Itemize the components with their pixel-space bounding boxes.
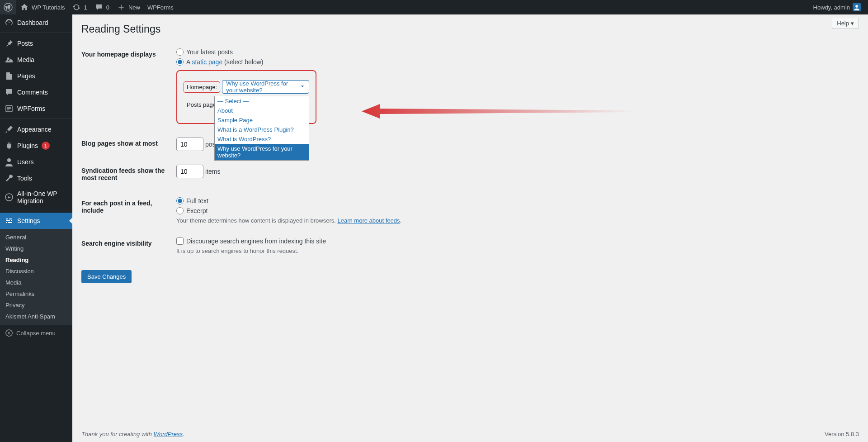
sidebar-item-label: All-in-One WP Migration bbox=[17, 190, 68, 204]
page-title: Reading Settings bbox=[81, 19, 859, 42]
save-changes-button[interactable]: Save Changes bbox=[81, 270, 132, 283]
admin-footer: Thank you for creating with WordPress. V… bbox=[72, 426, 868, 442]
wp-logo[interactable] bbox=[0, 0, 16, 14]
sliders-icon bbox=[5, 216, 14, 225]
comments-count: 0 bbox=[106, 4, 109, 11]
homepage-field-label: Homepage: bbox=[184, 81, 220, 93]
homepage-select-dropdown: — Select —AboutSample PageWhat is a Word… bbox=[214, 96, 309, 161]
label-discourage: Discourage search engines from indexing … bbox=[186, 238, 326, 245]
collapse-label: Collapse menu bbox=[16, 330, 56, 337]
sidebar-item-media[interactable]: Media bbox=[0, 52, 72, 68]
row-label-homepage: Your homepage displays bbox=[81, 42, 172, 131]
checkbox-discourage[interactable] bbox=[176, 238, 184, 245]
my-account-link[interactable]: Howdy, admin bbox=[810, 0, 864, 14]
submenu-item-general[interactable]: General bbox=[0, 232, 72, 243]
submenu-item-reading[interactable]: Reading bbox=[0, 254, 72, 266]
select-option[interactable]: Why use WordPress for your website? bbox=[215, 144, 309, 160]
radio-excerpt[interactable] bbox=[176, 207, 184, 214]
refresh-icon bbox=[72, 3, 81, 12]
sidebar-item-label: Dashboard bbox=[17, 19, 48, 26]
user-icon bbox=[5, 157, 14, 166]
sidebar-item-all-in-one-wp-migration[interactable]: All-in-One WP Migration bbox=[0, 186, 72, 208]
select-option[interactable]: Sample Page bbox=[215, 115, 309, 125]
sidebar-item-pages[interactable]: Pages bbox=[0, 68, 72, 84]
sidebar-item-settings[interactable]: Settings bbox=[0, 213, 72, 229]
select-option[interactable]: — Select — bbox=[215, 96, 309, 106]
updates-count: 1 bbox=[84, 4, 87, 11]
sidebar-item-label: WPForms bbox=[17, 105, 45, 112]
site-name-link[interactable]: WP Tutorials bbox=[16, 0, 68, 14]
sidebar-item-appearance[interactable]: Appearance bbox=[0, 121, 72, 138]
feed-description: Your theme determines how content is dis… bbox=[176, 217, 854, 224]
syndication-input[interactable] bbox=[176, 165, 203, 178]
submenu-item-media[interactable]: Media bbox=[0, 277, 72, 288]
plug-icon bbox=[5, 141, 14, 150]
row-label-syndication: Syndication feeds show the most recent bbox=[81, 158, 172, 190]
footer-thankyou: Thank you for creating with WordPress. bbox=[81, 431, 184, 437]
svg-point-3 bbox=[7, 158, 11, 162]
label-latest-posts: Your latest posts bbox=[186, 48, 233, 56]
wpforms-toolbar-label: WPForms bbox=[147, 4, 174, 11]
homepage-select[interactable]: Why use WordPress for your website? bbox=[222, 80, 309, 94]
sidebar-item-tools[interactable]: Tools bbox=[0, 170, 72, 186]
radio-static-page[interactable] bbox=[176, 58, 184, 66]
radio-static-page-row: A static page (select below) bbox=[176, 58, 854, 66]
wrench-icon bbox=[5, 174, 14, 183]
homepage-select-highlight: Homepage: Why use WordPress for your web… bbox=[176, 70, 316, 124]
select-option[interactable]: What is a WordPress Plugin? bbox=[215, 125, 309, 134]
syndication-unit: items bbox=[205, 168, 220, 175]
new-content-link[interactable]: New bbox=[113, 0, 144, 14]
comments-link[interactable]: 0 bbox=[91, 0, 113, 14]
page-content: Help ▾ Reading Settings Your homepage di… bbox=[72, 0, 868, 442]
sidebar-item-users[interactable]: Users bbox=[0, 154, 72, 170]
submenu-item-privacy[interactable]: Privacy bbox=[0, 299, 72, 311]
admin-toolbar: WP Tutorials 1 0 New WPForms Howdy, admi… bbox=[0, 0, 868, 14]
submenu-item-writing[interactable]: Writing bbox=[0, 243, 72, 254]
plus-icon bbox=[117, 3, 126, 12]
sidebar-item-wpforms[interactable]: WPForms bbox=[0, 100, 72, 117]
wpforms-icon bbox=[5, 104, 14, 113]
label-static-page: A static page (select below) bbox=[186, 58, 263, 66]
avatar-icon bbox=[853, 3, 861, 11]
submenu-item-akismet-anti-spam[interactable]: Akismet Anti-Spam bbox=[0, 311, 72, 322]
sidebar-item-posts[interactable]: Posts bbox=[0, 35, 72, 52]
sidebar-item-dashboard[interactable]: Dashboard bbox=[0, 14, 72, 31]
sidebar-item-comments[interactable]: Comments bbox=[0, 84, 72, 100]
radio-latest-posts-row: Your latest posts bbox=[176, 48, 854, 56]
wordpress-logo-icon bbox=[4, 3, 13, 12]
new-label: New bbox=[128, 4, 140, 11]
sidebar-item-label: Media bbox=[17, 56, 34, 63]
wpforms-toolbar-link[interactable]: WPForms bbox=[144, 0, 177, 14]
howdy-text: Howdy, admin bbox=[813, 4, 850, 11]
menu-separator bbox=[0, 31, 72, 33]
search-honor-desc: It is up to search engines to honor this… bbox=[176, 247, 854, 254]
submenu-item-discussion[interactable]: Discussion bbox=[0, 266, 72, 277]
comment-icon bbox=[5, 88, 14, 97]
select-option[interactable]: What is WordPress? bbox=[215, 134, 309, 144]
learn-feeds-link[interactable]: Learn more about feeds bbox=[337, 217, 400, 224]
media-icon bbox=[5, 55, 14, 64]
submenu-item-permalinks[interactable]: Permalinks bbox=[0, 288, 72, 299]
blog-pages-input[interactable] bbox=[176, 138, 203, 151]
radio-latest-posts[interactable] bbox=[176, 48, 184, 56]
homepage-select-value: Why use WordPress for your website? bbox=[226, 80, 300, 94]
comment-icon bbox=[94, 3, 104, 12]
dashboard-icon bbox=[5, 18, 14, 27]
sidebar-item-label: Posts bbox=[17, 40, 33, 47]
chevron-down-icon bbox=[300, 84, 305, 90]
footer-wordpress-link[interactable]: WordPress bbox=[154, 431, 183, 437]
static-page-link[interactable]: static page bbox=[192, 58, 222, 66]
row-label-search-vis: Search engine visibility bbox=[81, 231, 172, 261]
settings-submenu: GeneralWritingReadingDiscussionMediaPerm… bbox=[0, 229, 72, 325]
sidebar-item-plugins[interactable]: Plugins1 bbox=[0, 138, 72, 154]
home-icon bbox=[20, 3, 29, 12]
collapse-menu-button[interactable]: Collapse menu bbox=[0, 325, 72, 341]
migrate-icon bbox=[5, 193, 14, 202]
select-option[interactable]: About bbox=[215, 106, 309, 115]
page-icon bbox=[5, 71, 14, 81]
sidebar-item-label: Appearance bbox=[17, 126, 52, 133]
menu-separator bbox=[0, 117, 72, 119]
updates-link[interactable]: 1 bbox=[68, 0, 90, 14]
admin-sidebar: DashboardPostsMediaPagesCommentsWPFormsA… bbox=[0, 14, 72, 442]
radio-full-text[interactable] bbox=[176, 197, 184, 204]
